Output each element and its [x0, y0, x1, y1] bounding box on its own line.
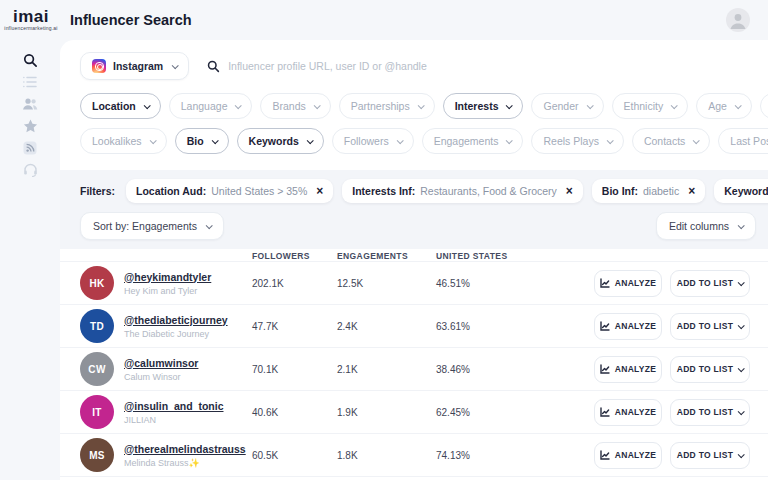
influencer-handle-link[interactable]: @insulin_and_tonic [124, 400, 224, 412]
chevron-down-icon [586, 102, 593, 109]
avatar-initials: MS [89, 450, 105, 461]
filter-group-chip[interactable]: Contacts [632, 128, 710, 154]
filter-group-chip[interactable]: Keywords [237, 128, 324, 154]
analyze-button[interactable]: ANALYZE [594, 313, 662, 340]
profile-cell: CW @calumwinsor Calum Winsor [80, 352, 252, 386]
filter-group-chip[interactable]: Followers [332, 128, 414, 154]
remove-filter-icon[interactable]: × [688, 186, 695, 196]
chevron-down-icon [172, 62, 179, 69]
filter-group-chip[interactable]: Ethnicity [612, 93, 689, 119]
filter-group-chip[interactable]: Location [80, 93, 161, 119]
chart-icon [600, 450, 610, 460]
add-to-list-button[interactable]: ADD TO LIST [670, 399, 750, 426]
filter-group-chip[interactable]: Language [169, 93, 253, 119]
add-to-list-button[interactable]: ADD TO LIST [670, 356, 750, 383]
brand-logo[interactable]: imai influencermarketing.ai [0, 9, 60, 31]
sort-by-dropdown[interactable]: Sort by: Engagements [80, 212, 224, 240]
search-row: Instagram [60, 40, 768, 84]
analyze-button[interactable]: ANALYZE [594, 399, 662, 426]
remove-filter-icon[interactable]: × [566, 186, 573, 196]
table-row: TD @thediabeticjourney The Diabetic Jour… [60, 304, 768, 347]
analyze-label: ANALYZE [615, 364, 656, 374]
sidebar-item-favorites[interactable] [0, 115, 60, 137]
add-to-list-button[interactable]: ADD TO LIST [670, 313, 750, 340]
avatar: CW [80, 352, 114, 386]
influencer-name: Hey Kim and Tyler [124, 286, 211, 296]
filter-group-label: Partnerships [351, 100, 410, 112]
sidebar-item-lists[interactable] [0, 71, 60, 93]
filter-group-label: Bio [187, 135, 204, 147]
filter-group-chip[interactable]: Brands [260, 93, 330, 119]
column-engagements: ENGAGEMENTS [337, 251, 436, 261]
filter-group-chip[interactable]: Audience Type [760, 93, 768, 119]
filter-group-chip[interactable]: Bio [175, 128, 229, 154]
sidebar-item-search[interactable] [0, 49, 60, 71]
filter-chip-row-2: Lookalikes Bio Keywords Followers Engage… [60, 128, 768, 154]
sidebar-item-feed[interactable] [0, 137, 60, 159]
filter-group-label: Lookalikes [92, 135, 142, 147]
chevron-down-icon [738, 408, 745, 415]
applied-filters-band: Filters: Location Aud: United States > 3… [60, 170, 768, 249]
influencer-search-input[interactable] [228, 60, 748, 72]
filter-group-label: Last Post [730, 135, 768, 147]
remove-filter-icon[interactable]: × [316, 186, 323, 196]
sidebar [0, 40, 60, 480]
filter-group-label: Ethnicity [624, 100, 664, 112]
filter-group-label: Interests [455, 100, 499, 112]
filter-group-chip[interactable]: Age [696, 93, 752, 119]
sidebar-item-influencers[interactable] [0, 93, 60, 115]
applied-filter-chip: Keyword Inf: diabetes × [714, 179, 768, 203]
chevron-down-icon [143, 102, 150, 109]
add-to-list-label: ADD TO LIST [677, 450, 734, 460]
analyze-button[interactable]: ANALYZE [594, 442, 662, 469]
table-body: HK @heykimandtyler Hey Kim and Tyler 202… [60, 261, 768, 476]
avatar: TD [80, 309, 114, 343]
avatar-initials: TD [90, 321, 104, 332]
add-to-list-button[interactable]: ADD TO LIST [670, 442, 750, 469]
filter-group-chip[interactable]: Partnerships [339, 93, 435, 119]
chevron-down-icon [738, 365, 745, 372]
platform-select[interactable]: Instagram [80, 52, 189, 80]
rss-icon [23, 141, 37, 155]
brand-tagline: influencermarketing.ai [4, 25, 57, 31]
filter-group-chip[interactable]: Gender [531, 93, 603, 119]
filter-group-chip[interactable]: Engagements [422, 128, 524, 154]
filter-group-chip[interactable]: Reels Plays [531, 128, 623, 154]
influencer-handle-link[interactable]: @therealmelindastrauss [124, 443, 246, 455]
edit-columns-label: Edit columns [669, 220, 729, 232]
influencer-handle-link[interactable]: @thediabeticjourney [124, 314, 228, 326]
filter-group-label: Age [708, 100, 727, 112]
filter-group-chip[interactable]: Lookalikes [80, 128, 167, 154]
engagements-value: 1.9K [337, 407, 436, 418]
filter-group-label: Followers [344, 135, 389, 147]
profile-cell: MS @therealmelindastrauss Melinda Straus… [80, 438, 252, 472]
applied-filter-name: Bio Inf: [602, 185, 638, 197]
influencer-name: JILLIAN [124, 415, 224, 425]
search-icon [23, 53, 38, 68]
chevron-down-icon [211, 137, 218, 144]
filters-label: Filters: [80, 185, 115, 197]
filter-group-label: Location [92, 100, 136, 112]
edit-columns-dropdown[interactable]: Edit columns [656, 212, 756, 240]
analyze-label: ANALYZE [615, 321, 656, 331]
filter-group-chip[interactable]: Interests [443, 93, 524, 119]
chevron-down-icon [738, 451, 745, 458]
filter-group-label: Contacts [644, 135, 685, 147]
add-to-list-button[interactable]: ADD TO LIST [670, 270, 750, 297]
filter-group-chip[interactable]: Last Post [718, 128, 768, 154]
analyze-button[interactable]: ANALYZE [594, 270, 662, 297]
sidebar-item-support[interactable] [0, 159, 60, 181]
applied-filter-name: Interests Inf: [352, 185, 415, 197]
applied-filter-name: Location Aud: [136, 185, 206, 197]
brand-logo-text: imai [13, 9, 49, 25]
chevron-down-icon [693, 137, 700, 144]
analyze-button[interactable]: ANALYZE [594, 356, 662, 383]
filter-chip-row-1: Location Language Brands Partnerships In… [60, 93, 768, 119]
profile-text: @thediabeticjourney The Diabetic Journey [124, 314, 228, 339]
user-avatar[interactable] [726, 8, 750, 32]
chevron-down-icon [738, 322, 745, 329]
profile-cell: TD @thediabeticjourney The Diabetic Jour… [80, 309, 252, 343]
add-to-list-label: ADD TO LIST [677, 278, 734, 288]
influencer-handle-link[interactable]: @calumwinsor [124, 357, 198, 369]
influencer-handle-link[interactable]: @heykimandtyler [124, 271, 211, 283]
